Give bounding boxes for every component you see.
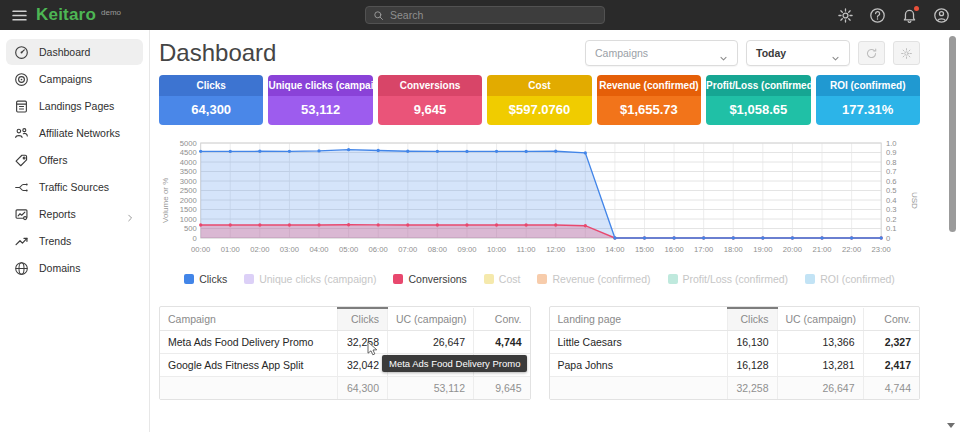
sidebar-item-offers[interactable]: Offers (6, 147, 143, 173)
svg-text:11:00: 11:00 (517, 245, 536, 254)
svg-text:3500: 3500 (180, 167, 198, 176)
sidebar-item-label: Landings Pages (39, 100, 114, 112)
column-header-landing-page[interactable]: Landing page (550, 308, 728, 331)
svg-text:15:00: 15:00 (635, 245, 655, 254)
account-icon[interactable] (933, 7, 950, 24)
stat-card-label: Revenue (confirmed) (597, 75, 701, 96)
sidebar-item-campaigns[interactable]: Campaigns (6, 66, 143, 92)
traffic-chart: Volume or % 0500100015002000250030003500… (159, 136, 920, 264)
svg-text:0: 0 (193, 234, 198, 243)
column-header-clicks[interactable]: Clicks (338, 308, 388, 331)
page-header: Dashboard Campaigns Today (159, 30, 920, 75)
svg-text:0: 0 (886, 234, 891, 243)
svg-text:1.0: 1.0 (886, 139, 897, 148)
svg-text:02:00: 02:00 (250, 245, 270, 254)
notifications-icon[interactable] (901, 7, 918, 24)
chevron-down-icon (831, 49, 840, 58)
column-header-conv-[interactable]: Conv. (863, 308, 919, 331)
legend-item-clicks[interactable]: Clicks (184, 273, 227, 285)
dashboard-icon (14, 45, 29, 60)
help-icon[interactable] (869, 7, 886, 24)
dashboard-settings-button[interactable] (893, 41, 920, 65)
sidebar-item-trends[interactable]: Trends (6, 228, 143, 254)
legend-swatch (184, 274, 194, 284)
refresh-button[interactable] (858, 41, 885, 65)
svg-text:20:00: 20:00 (783, 245, 803, 254)
notification-badge (914, 6, 919, 11)
stat-card-cost: Cost$597.0760 (487, 75, 591, 125)
table-row[interactable]: Papa Johns16,12813,2812,417 (550, 354, 920, 377)
stat-card-conversions: Conversions9,645 (378, 75, 482, 125)
sidebar-item-dashboard[interactable]: Dashboard (6, 39, 143, 65)
stat-card-value: $1,058.65 (706, 96, 810, 125)
sidebar-item-traffic-sources[interactable]: Traffic Sources (6, 174, 143, 200)
stat-card-revenue: Revenue (confirmed)$1,655.73 (597, 75, 701, 125)
sidebar-item-domains[interactable]: Domains (6, 255, 143, 281)
svg-text:12:00: 12:00 (546, 245, 566, 254)
svg-text:1500: 1500 (180, 205, 198, 214)
row-value-cell: 13,281 (777, 354, 863, 377)
search-input[interactable] (390, 9, 597, 21)
legend-item-unique-clicks-campaign-[interactable]: Unique clicks (campaign) (244, 273, 376, 285)
stat-card-value: $1,655.73 (597, 96, 701, 125)
svg-text:0.3: 0.3 (886, 205, 897, 214)
svg-text:0.1: 0.1 (886, 224, 897, 233)
total-cell (550, 377, 728, 400)
legend-item-conversions[interactable]: Conversions (393, 273, 466, 285)
row-value-cell: 26,647 (388, 331, 474, 354)
row-value-cell: 16,130 (727, 331, 777, 354)
svg-text:07:00: 07:00 (398, 245, 418, 254)
legend-item-cost[interactable]: Cost (484, 273, 521, 285)
table-row[interactable]: Little Caesars16,13013,3662,327 (550, 331, 920, 354)
table-row[interactable]: Meta Ads Food Delivery Promo32,25826,647… (160, 331, 530, 354)
column-header-uc-campaign-[interactable]: UC (campaign) (388, 308, 474, 331)
main-content: Dashboard Campaigns Today Clicks64,300Un (150, 30, 940, 432)
total-cell: 4,744 (863, 377, 919, 400)
stat-card-value: 64,300 (159, 96, 263, 125)
svg-text:09:00: 09:00 (457, 245, 477, 254)
stat-card-value: 53,112 (268, 96, 372, 125)
date-range-select[interactable]: Today (746, 40, 850, 66)
header-controls: Campaigns Today (585, 40, 920, 66)
svg-text:0.2: 0.2 (886, 215, 897, 224)
search-box[interactable] (365, 6, 605, 24)
legend-label: Revenue (confirmed) (552, 273, 650, 285)
row-value-cell: 2,327 (863, 331, 919, 354)
column-header-campaign[interactable]: Campaign (160, 308, 338, 331)
sidebar-item-landings-pages[interactable]: Landings Pages (6, 93, 143, 119)
menu-icon[interactable] (4, 0, 34, 30)
legend-item-profit-loss-confirmed-[interactable]: Profit/Loss (confirmed) (668, 273, 789, 285)
column-header-conv-[interactable]: Conv. (474, 308, 530, 331)
svg-text:08:00: 08:00 (428, 245, 448, 254)
legend-item-roi-confirmed-[interactable]: ROI (confirmed) (805, 273, 895, 285)
stat-card-roi: ROI (confirmed)177.31% (816, 75, 920, 125)
refresh-icon (865, 47, 878, 60)
svg-text:4000: 4000 (180, 158, 198, 167)
scrollbar-down-arrow-icon[interactable] (947, 423, 955, 428)
column-header-clicks[interactable]: Clicks (727, 308, 777, 331)
svg-text:0.7: 0.7 (886, 167, 897, 176)
sidebar-item-label: Offers (39, 154, 67, 166)
svg-text:3000: 3000 (180, 177, 198, 186)
legend-swatch (484, 274, 494, 284)
legend-item-revenue-confirmed-[interactable]: Revenue (confirmed) (537, 273, 650, 285)
stat-card-value: $597.0760 (487, 96, 591, 125)
gear-icon[interactable] (837, 7, 854, 24)
sidebar-item-label: Campaigns (39, 73, 92, 85)
sidebar-item-label: Affiliate Networks (39, 127, 120, 139)
sidebar-item-affiliate-networks[interactable]: Affiliate Networks (6, 120, 143, 146)
gear-icon (900, 47, 913, 60)
topbar: Keitaro demo (0, 0, 960, 30)
column-header-uc-campaign-[interactable]: UC (campaign) (777, 308, 863, 331)
app-logo[interactable]: Keitaro (36, 5, 96, 25)
scrollbar-thumb[interactable] (949, 36, 956, 232)
affiliate-icon (14, 126, 29, 141)
trends-icon (14, 234, 29, 249)
chart-plot-area: 0500100015002000250030003500400045005000… (171, 136, 908, 264)
svg-text:10:00: 10:00 (487, 245, 507, 254)
campaigns-filter-select[interactable]: Campaigns (585, 40, 738, 66)
svg-text:22:00: 22:00 (842, 245, 862, 254)
sidebar-item-reports[interactable]: Reports (6, 201, 143, 227)
offers-icon (14, 153, 29, 168)
chevron-right-icon (125, 209, 135, 219)
